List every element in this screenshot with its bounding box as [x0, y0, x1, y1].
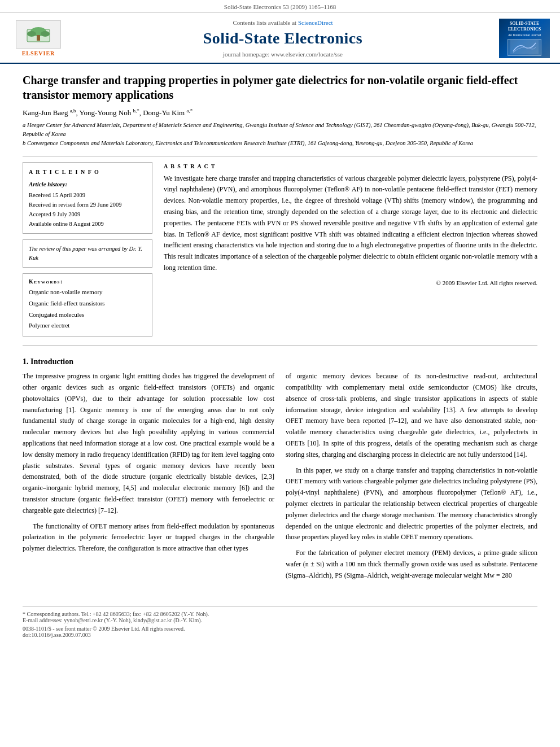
footer-note-star: * Corresponding authors. Tel.: +82 42 86… — [23, 611, 537, 617]
authors-line: Kang-Jun Baeg a,b, Yong-Young Noh b,*, D… — [23, 108, 537, 117]
footer-doi: doi:10.1016/j.sse.2009.07.003 — [23, 632, 537, 638]
footer-copyright: 0038-1101/$ - see front matter © 2009 El… — [23, 626, 537, 632]
abstract-section: A B S T R A C T We investigate here char… — [164, 162, 537, 289]
intro-para-1: The impressive progress in organic light… — [23, 371, 274, 516]
elsevier-tree-icon — [21, 24, 55, 45]
intro-heading: 1. Introduction — [23, 357, 537, 366]
keywords-box: Keywords: Organic non-volatile memory Or… — [23, 273, 152, 337]
received-date: Received 15 April 2009 — [29, 191, 146, 200]
svg-rect-2 — [37, 35, 40, 41]
affiliations: a Heeger Center for Advanced Materials, … — [23, 121, 537, 147]
journal-logo-title2: ELECTRONICS — [508, 27, 541, 32]
intro-para-5: For the fabrication of polymer electret … — [286, 548, 537, 581]
abstract-text: We investigate here charge transfer and … — [164, 173, 537, 274]
keyword-2: Organic field-effect transistors — [29, 298, 146, 309]
svg-point-3 — [27, 31, 36, 37]
svg-point-4 — [41, 31, 50, 37]
elsevier-text: ELSEVIER — [22, 50, 55, 56]
citation-bar: Solid-State Electronics 53 (2009) 1165–1… — [0, 0, 560, 13]
affiliation-b: b Convergence Components and Materials L… — [23, 139, 537, 148]
accepted-date: Accepted 9 July 2009 — [29, 210, 146, 220]
corresponding-note: * Corresponding authors. Tel.: +82 42 86… — [23, 611, 209, 617]
copyright-line: © 2009 Elsevier Ltd. All rights reserved… — [164, 278, 537, 289]
intro-para-2: The functionality of OFET memory arises … — [23, 521, 274, 554]
history-label: Article history: — [29, 179, 146, 190]
keyword-4: Polymer electret — [29, 320, 146, 331]
journal-cover-icon — [510, 40, 539, 54]
right-column: A B S T R A C T We investigate here char… — [164, 162, 537, 337]
sciencedirect-line: Contents lists available at ScienceDirec… — [67, 19, 499, 26]
footer-email: E-mail addresses: yynoh@etri.re.kr (Y.-Y… — [23, 617, 537, 623]
journal-logo-subtitle: An International Journal — [508, 33, 541, 37]
divider-1 — [23, 156, 537, 156]
affiliation-a: a Heeger Center for Advanced Materials, … — [23, 121, 537, 139]
authors-text: Kang-Jun Baeg a,b, Yong-Young Noh b,*, D… — [23, 108, 193, 117]
keyword-3: Conjugated molecules — [29, 309, 146, 321]
abstract-label: A B S T R A C T — [164, 162, 537, 171]
info-abstract-columns: A R T I C L E I N F O Article history: R… — [23, 162, 537, 337]
elsevier-logo: ELSEVIER — [10, 20, 67, 56]
intro-para-4: In this paper, we study on a charge tran… — [286, 465, 537, 544]
journal-center-info: Contents lists available at ScienceDirec… — [67, 19, 499, 58]
article-title: Charge transfer and trapping properties … — [23, 73, 537, 102]
journal-logo-title1: SOLID-STATE — [510, 21, 540, 27]
homepage-line: journal homepage: www.elsevier.com/locat… — [67, 51, 499, 58]
review-note: The review of this paper was arranged by… — [23, 239, 152, 268]
body-two-columns: The impressive progress in organic light… — [23, 371, 537, 586]
revised-date: Received in revised form 29 June 2009 — [29, 200, 146, 210]
journal-header: ELSEVIER Contents lists available at Sci… — [0, 13, 560, 64]
available-date: Available online 8 August 2009 — [29, 220, 146, 229]
divider-2 — [23, 346, 537, 346]
citation-text: Solid-State Electronics 53 (2009) 1165–1… — [224, 3, 336, 10]
page-footer: * Corresponding authors. Tel.: +82 42 86… — [23, 606, 537, 644]
left-column: A R T I C L E I N F O Article history: R… — [23, 162, 152, 337]
intro-para-3: of organic memory devices because of its… — [286, 371, 537, 460]
sciencedirect-link[interactable]: ScienceDirect — [298, 19, 333, 26]
body-section: 1. Introduction The impressive progress … — [23, 357, 537, 586]
article-info-box: A R T I C L E I N F O Article history: R… — [23, 162, 152, 234]
keyword-1: Organic non-volatile memory — [29, 287, 146, 298]
journal-cover-logo: SOLID-STATE ELECTRONICS An International… — [499, 19, 550, 58]
journal-title: Solid-State Electronics — [67, 29, 499, 47]
body-right-col: of organic memory devices because of its… — [286, 371, 537, 586]
keywords-label: Keywords: — [29, 278, 146, 285]
elsevier-logo-box — [16, 20, 61, 49]
article-content: Charge transfer and trapping properties … — [0, 64, 560, 597]
journal-cover-image — [508, 39, 541, 56]
body-left-col: The impressive progress in organic light… — [23, 371, 274, 586]
article-info-label: A R T I C L E I N F O — [29, 167, 146, 177]
